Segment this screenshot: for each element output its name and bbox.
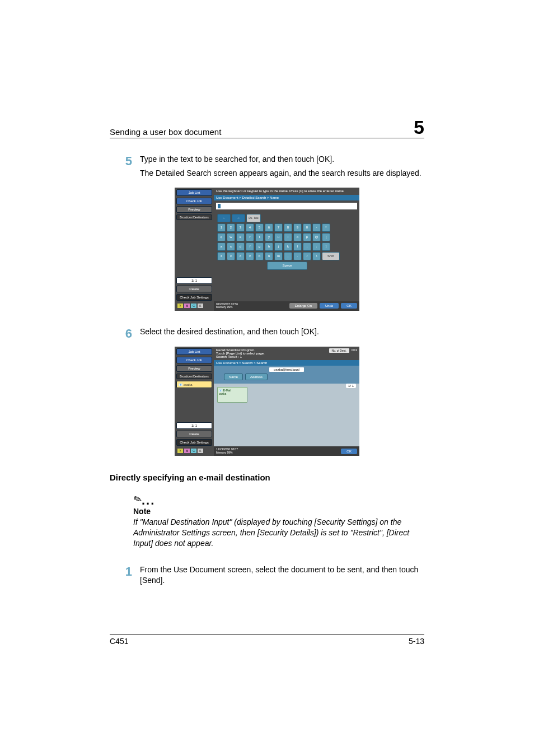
key-4[interactable]: 4 — [246, 223, 254, 232]
key-;[interactable]: ; — [303, 242, 311, 251]
ok-button[interactable]: OK — [341, 449, 357, 454]
key-[[interactable]: [ — [322, 233, 330, 241]
cursor-icon — [218, 204, 221, 208]
name-input[interactable] — [216, 203, 357, 209]
toner-k-icon: K — [198, 304, 203, 308]
key--[interactable]: - — [312, 223, 321, 232]
key-\[interactable]: \ — [312, 252, 321, 260]
device-screen-keyboard: Job List Check Job Preview Broadcast Des… — [175, 188, 359, 311]
key-w[interactable]: w — [227, 233, 235, 241]
broadcast-label: Broadcast Destinations — [176, 214, 212, 220]
dest-item-osaka[interactable]: 📧 osaka — [176, 381, 212, 388]
key-:[interactable]: : — [312, 242, 321, 251]
job-list-button[interactable]: Job List — [176, 189, 212, 196]
key-,[interactable]: , — [284, 252, 292, 260]
toner-m-icon: M — [184, 449, 190, 453]
step-number-1: 1 — [110, 564, 140, 589]
undo-button[interactable]: Undo — [320, 303, 339, 309]
destination-tile-osaka[interactable]: 📧 E-Mail osaka — [217, 387, 247, 403]
key-1[interactable]: 1 — [217, 223, 226, 232]
key-9[interactable]: 9 — [293, 223, 302, 232]
key-q[interactable]: q — [217, 233, 226, 241]
delete-button[interactable]: Delete — [176, 431, 212, 437]
key-][interactable]: ] — [322, 242, 330, 251]
key-2[interactable]: 2 — [227, 223, 235, 232]
key-g[interactable]: g — [255, 242, 264, 251]
running-header: Sending a user box document — [110, 127, 221, 137]
key-m[interactable]: m — [274, 252, 283, 260]
key-f[interactable]: f — [246, 242, 254, 251]
note-label: Note — [133, 507, 424, 516]
breadcrumb: Use Document > Detailed Search > Name — [214, 195, 359, 200]
toner-indicators: Y M C K — [176, 302, 212, 309]
key-p[interactable]: p — [303, 233, 311, 241]
step5-line2: The Detailed Search screen appears again… — [140, 168, 424, 179]
device-screen-result: Job List Check Job Preview Broadcast Des… — [175, 347, 359, 456]
key-h[interactable]: h — [265, 242, 273, 251]
chapter-number: 5 — [414, 118, 424, 137]
datetime-label: 11/21/2006 18:07 Memory 99% — [216, 448, 238, 454]
dest-count-value: 001 — [352, 348, 357, 352]
toner-m-icon: M — [184, 304, 190, 308]
key-^[interactable]: ^ — [322, 223, 330, 232]
delete-button[interactable]: Delete — [176, 286, 212, 292]
section-heading-direct-email: Directly specifying an e-mail destinatio… — [110, 473, 424, 482]
arrow-right-key[interactable]: → — [232, 214, 245, 222]
key-0[interactable]: 0 — [303, 223, 311, 232]
key-5[interactable]: 5 — [255, 223, 264, 232]
key-z[interactable]: z — [217, 252, 226, 260]
preview-button[interactable]: Preview — [176, 365, 212, 372]
result-page-indicator: 1/ 1 — [346, 384, 356, 388]
key-l[interactable]: l — [293, 242, 302, 251]
key-y[interactable]: y — [265, 233, 273, 241]
key-@[interactable]: @ — [312, 233, 321, 241]
key-c[interactable]: c — [236, 252, 245, 260]
address-value: osaka@test.local — [269, 367, 304, 372]
space-key[interactable]: Space — [267, 262, 307, 270]
column-address-button[interactable]: Address — [245, 374, 268, 380]
key-e[interactable]: e — [236, 233, 245, 241]
key-k[interactable]: k — [284, 242, 292, 251]
shift-key[interactable]: Shift — [322, 252, 340, 260]
key-n[interactable]: n — [265, 252, 273, 260]
key-j[interactable]: j — [274, 242, 283, 251]
dest-count-label: No. of Dest. — [329, 348, 349, 353]
key-/[interactable]: / — [303, 252, 311, 260]
key-7[interactable]: 7 — [274, 223, 283, 232]
enlarge-toggle[interactable]: Enlarge On — [289, 303, 317, 309]
column-name-button[interactable]: Name — [224, 374, 243, 380]
toner-y-icon: Y — [177, 304, 183, 308]
key-a[interactable]: a — [217, 242, 226, 251]
key-8[interactable]: 8 — [284, 223, 292, 232]
step6-text: Select the desired destination, and then… — [140, 326, 424, 337]
key-u[interactable]: u — [274, 233, 283, 241]
key-o[interactable]: o — [293, 233, 302, 241]
broadcast-label: Broadcast Destinations — [176, 374, 212, 379]
arrow-left-key[interactable]: ← — [217, 214, 231, 222]
delete-key[interactable]: De- lete — [246, 214, 261, 222]
key-3[interactable]: 3 — [236, 223, 245, 232]
key-d[interactable]: d — [236, 242, 245, 251]
key-.[interactable]: . — [293, 252, 302, 260]
preview-button[interactable]: Preview — [176, 206, 212, 213]
breadcrumb: Use Document > Search > Search — [214, 360, 359, 366]
step-number-6: 6 — [110, 326, 140, 341]
key-i[interactable]: i — [284, 233, 292, 241]
key-r[interactable]: r — [246, 233, 254, 241]
step1-text: From the Use Document screen, select the… — [140, 564, 424, 586]
job-list-button[interactable]: Job List — [176, 348, 212, 355]
ok-button[interactable]: OK — [341, 303, 357, 309]
key-x[interactable]: x — [227, 252, 235, 260]
program-instruction: Recall Scan/Fax Program. Touch [Page Lis… — [216, 348, 265, 358]
key-b[interactable]: b — [255, 252, 264, 260]
key-t[interactable]: t — [255, 233, 264, 241]
check-job-button[interactable]: Check Job — [176, 198, 212, 204]
check-job-settings-button[interactable]: Check Job Settings — [176, 439, 212, 446]
check-job-button[interactable]: Check Job — [176, 357, 212, 363]
check-job-settings-button[interactable]: Check Job Settings — [176, 294, 212, 301]
footer-page: 5-13 — [409, 637, 424, 646]
datetime-label: 02/20/2007 02:56 Memory 99% — [216, 303, 238, 309]
key-s[interactable]: s — [227, 242, 235, 251]
key-v[interactable]: v — [246, 252, 254, 260]
key-6[interactable]: 6 — [265, 223, 273, 232]
